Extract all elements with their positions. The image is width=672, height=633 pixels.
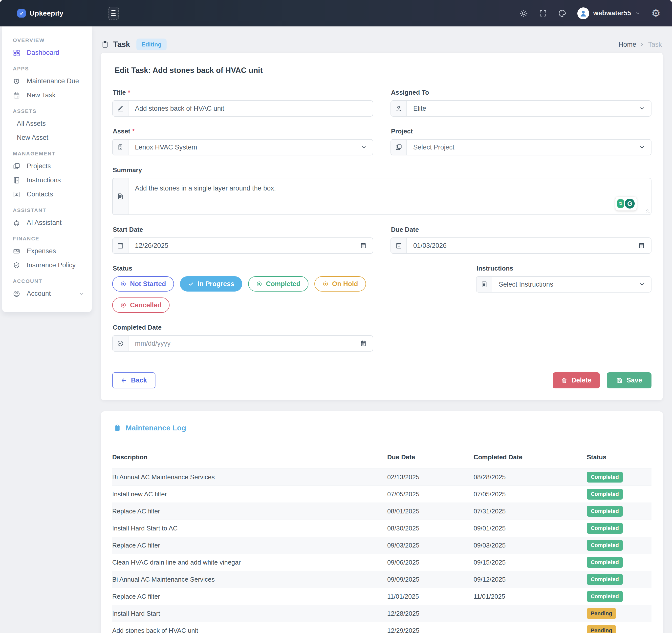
- summary-textarea[interactable]: Add the stones in a single layer around …: [128, 178, 651, 215]
- sidebar-item-contacts[interactable]: Contacts: [2, 187, 92, 201]
- title-input[interactable]: [128, 101, 373, 116]
- radio-icon: [322, 281, 329, 287]
- cell-description: Install new AC filter: [112, 486, 387, 503]
- cell-due-date: 07/05/2025: [387, 486, 474, 503]
- user-menu[interactable]: webwater55: [577, 7, 640, 19]
- instructions-field: Instructions Select Instructions: [390, 265, 651, 313]
- sidebar-item-label: Account: [27, 290, 51, 297]
- cell-due-date: 11/01/2025: [387, 588, 474, 605]
- breadcrumb-current: Task: [648, 41, 662, 48]
- cell-due-date: 09/09/2025: [387, 571, 474, 588]
- cell-status: Completed: [587, 469, 651, 486]
- resize-handle[interactable]: [646, 210, 649, 213]
- completed-date-input[interactable]: [128, 336, 360, 351]
- sidebar-item-maintenance-due[interactable]: Maintenance Due: [2, 74, 92, 88]
- status-option-in-progress[interactable]: In Progress: [180, 276, 242, 292]
- sidebar-item-new-asset[interactable]: New Asset: [2, 131, 92, 145]
- username-label: webwater55: [593, 9, 631, 17]
- cell-status: Completed: [587, 486, 651, 503]
- app-logo[interactable]: Upkeepify: [17, 9, 64, 18]
- project-label: Project: [391, 127, 413, 135]
- due-date-field: Due Date: [390, 226, 651, 254]
- sidebar-item-new-task[interactable]: New Task: [2, 88, 92, 102]
- sidebar-item-insurance-policy[interactable]: Insurance Policy: [2, 258, 92, 272]
- status-badge: Completed: [587, 574, 623, 585]
- delete-button[interactable]: Delete: [553, 372, 600, 388]
- start-date-input[interactable]: [128, 238, 360, 253]
- status-option-not-started[interactable]: Not Started: [112, 276, 174, 292]
- theme-palette-icon[interactable]: [558, 9, 567, 18]
- cell-status: Completed: [587, 503, 651, 520]
- user-icon: [391, 101, 407, 116]
- status-option-completed[interactable]: Completed: [248, 276, 308, 292]
- grammarly-widget[interactable]: ⇅ G: [616, 197, 637, 211]
- cell-due-date: 09/06/2025: [387, 554, 474, 571]
- start-date-label: Start Date: [113, 226, 143, 234]
- sidebar-item-expenses[interactable]: Expenses: [2, 244, 92, 258]
- instructions-label: Instructions: [477, 265, 513, 272]
- edit-task-card: Edit Task: Add stones back of HVAC unit …: [101, 53, 663, 400]
- sidebar-section-label: MANAGEMENT: [2, 145, 92, 159]
- table-row[interactable]: Install Hard Start to AC08/30/202509/01/…: [112, 520, 651, 537]
- radio-icon: [120, 281, 126, 287]
- sidebar-item-label: Instructions: [27, 176, 61, 184]
- sidebar-item-ai-assistant[interactable]: AI Assistant: [2, 216, 92, 230]
- sidebar-item-label: Projects: [27, 162, 51, 170]
- sidebar-item-account[interactable]: Account: [2, 287, 92, 301]
- contact-card-icon: [13, 191, 20, 198]
- sidebar-section-label: ASSETS: [2, 102, 92, 117]
- cell-status: Completed: [587, 571, 651, 588]
- table-row[interactable]: Replace AC filter11/01/202511/01/2025Com…: [112, 588, 651, 605]
- grammarly-g-icon: G: [625, 199, 635, 209]
- sidebar-item-dashboard[interactable]: Dashboard: [2, 46, 92, 60]
- instructions-select[interactable]: Select Instructions: [476, 276, 651, 293]
- sidebar-item-instructions[interactable]: Instructions: [2, 173, 92, 187]
- project-select[interactable]: Select Project: [390, 139, 651, 155]
- table-row[interactable]: Bi Annual AC Maintenance Services09/09/2…: [112, 571, 651, 588]
- status-option-on-hold[interactable]: On Hold: [314, 276, 366, 292]
- breadcrumb-home-link[interactable]: Home: [618, 41, 636, 48]
- assigned-to-select[interactable]: Elite: [390, 100, 651, 117]
- date-picker-icon[interactable]: [638, 238, 651, 253]
- sidebar-section-label: OVERVIEW: [2, 31, 92, 46]
- column-header-due-date: Due Date: [387, 447, 474, 469]
- status-option-label: On Hold: [332, 280, 358, 288]
- delete-button-label: Delete: [571, 376, 592, 384]
- table-row[interactable]: Bi Annual AC Maintenance Services02/13/2…: [112, 469, 651, 486]
- checkbox-logo-icon: [17, 9, 26, 18]
- sidebar-toggle-button[interactable]: [108, 7, 119, 20]
- settings-gear-icon[interactable]: ⚙: [651, 8, 661, 19]
- table-row[interactable]: Install Hard Start12/28/2025Pending: [112, 605, 651, 622]
- table-row[interactable]: Install new AC filter07/05/202507/05/202…: [112, 486, 651, 503]
- asset-select[interactable]: Lenox HVAC System: [112, 139, 373, 155]
- cell-description: Bi Annual AC Maintenance Services: [112, 571, 387, 588]
- date-picker-icon[interactable]: [360, 336, 373, 351]
- log-table-body: Bi Annual AC Maintenance Services02/13/2…: [112, 469, 651, 633]
- save-button-label: Save: [626, 376, 642, 384]
- save-button[interactable]: Save: [607, 372, 651, 388]
- status-badge: Completed: [587, 489, 623, 500]
- sidebar-item-projects[interactable]: Projects: [2, 159, 92, 173]
- cell-due-date: 08/30/2025: [387, 520, 474, 537]
- title-label: Title: [113, 89, 126, 96]
- chevron-down-icon: [639, 101, 651, 116]
- sidebar-item-all-assets[interactable]: All Assets: [2, 117, 92, 131]
- date-picker-icon[interactable]: [360, 238, 373, 253]
- sidebar-item-label: New Task: [27, 91, 56, 99]
- folders-icon: [391, 140, 407, 155]
- cell-completed-date: 09/15/2025: [474, 554, 587, 571]
- status-option-cancelled[interactable]: Cancelled: [112, 297, 170, 313]
- due-date-input[interactable]: [407, 238, 638, 253]
- table-row[interactable]: Replace AC filter09/03/202509/03/2025Com…: [112, 537, 651, 554]
- breadcrumb: Home Task: [618, 41, 662, 48]
- cell-completed-date: 11/01/2025: [474, 588, 587, 605]
- fullscreen-icon[interactable]: [539, 9, 547, 18]
- status-option-label: In Progress: [198, 280, 235, 288]
- cell-status: Pending: [587, 605, 651, 622]
- light-mode-icon[interactable]: [520, 9, 528, 18]
- table-row[interactable]: Add stones back of HVAC unit12/29/2025Pe…: [112, 622, 651, 633]
- back-button[interactable]: Back: [112, 372, 155, 388]
- table-row[interactable]: Clean HVAC drain line and add white vine…: [112, 554, 651, 571]
- table-row[interactable]: Replace AC filter08/01/202507/31/2025Com…: [112, 503, 651, 520]
- task-clipboard-icon: [101, 41, 109, 48]
